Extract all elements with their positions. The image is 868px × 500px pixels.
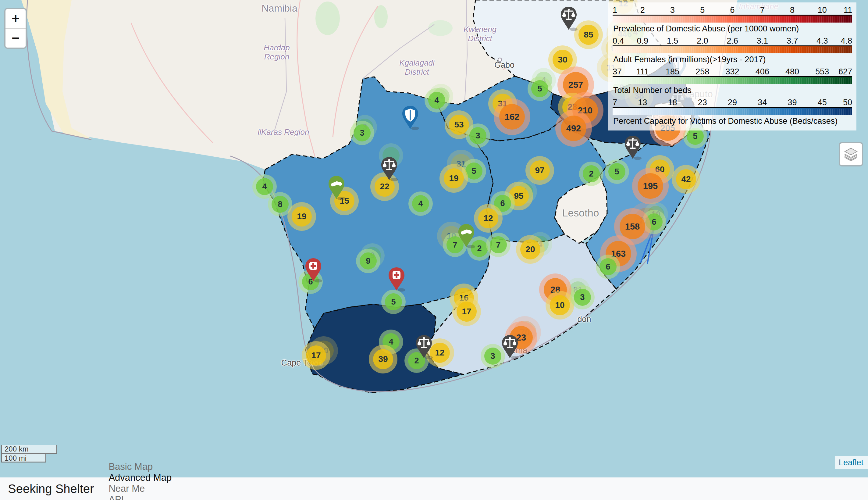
scales-pin-marker[interactable]	[380, 156, 398, 181]
cluster-marker[interactable]: 17	[452, 297, 481, 326]
shield-icon	[401, 105, 419, 130]
legend-tick: 34	[758, 98, 767, 107]
scales-pin-marker[interactable]	[560, 6, 578, 31]
legend-gradient-bar	[613, 107, 852, 115]
cluster-count: 95	[514, 191, 523, 201]
cluster-marker[interactable]: 9	[356, 249, 380, 273]
app: NamibiaHardap RegionllKaras RegionKwenen…	[0, 0, 868, 500]
scale-km: 200 km	[1, 445, 57, 454]
cluster-count: 30	[558, 55, 567, 65]
cluster-count: 19	[297, 212, 306, 221]
cluster-marker[interactable]: 19	[287, 202, 316, 231]
legend-tick: 258	[695, 67, 709, 77]
cluster-marker[interactable]: 3	[466, 124, 490, 148]
cluster-count: 4	[434, 96, 439, 105]
cluster-marker[interactable]: 195	[632, 168, 669, 204]
cluster-marker[interactable]: 3	[350, 121, 374, 145]
cluster-marker[interactable]: 5	[528, 77, 552, 101]
hands-pin-marker[interactable]	[328, 175, 345, 200]
legend-tick: 13	[638, 98, 647, 107]
legend-tick: 37	[613, 67, 622, 77]
attribution-link[interactable]: Leaflet	[835, 456, 868, 469]
cluster-marker[interactable]: 2	[579, 162, 603, 186]
bottom-navbar: Seeking Shelter Basic MapAdvanced MapNea…	[0, 477, 868, 500]
zoom-in-button[interactable]: +	[5, 9, 26, 28]
legend-tick: 6	[730, 5, 734, 15]
legend-gradient-bar	[613, 45, 852, 53]
cluster-marker[interactable]: 5	[605, 159, 629, 184]
hands-icon	[458, 224, 475, 249]
layers-icon	[843, 146, 859, 162]
cluster-count: 39	[378, 354, 388, 364]
legend-ticks: 0.40.91.52.02.63.13.74.34.8	[613, 36, 852, 45]
legend-scale: 0.40.91.52.02.63.13.74.34.8Adult Females…	[613, 36, 852, 65]
cluster-marker[interactable]: 3	[570, 285, 594, 309]
legend-ticks: 37111185258332406480553627	[613, 67, 852, 76]
scales-pin-marker[interactable]	[415, 334, 433, 360]
cluster-count: 2	[477, 244, 482, 253]
park-patch	[428, 20, 453, 36]
nav-link-api[interactable]: API	[108, 494, 172, 500]
legend-tick: 18	[668, 98, 677, 107]
scales-icon	[560, 6, 578, 31]
cluster-count: 3	[360, 128, 364, 138]
cluster-count: 195	[643, 181, 658, 191]
cluster-count: 162	[505, 112, 519, 122]
nav-links: Basic MapAdvanced MapNear MeAPIAbout	[94, 461, 172, 500]
leaflet-map[interactable]: NamibiaHardap RegionllKaras RegionKwenen…	[0, 0, 868, 477]
cluster-marker[interactable]: 17	[302, 341, 331, 370]
legend-tick: 45	[818, 98, 827, 107]
cluster-count: 22	[380, 182, 389, 192]
cluster-marker[interactable]: 20	[516, 235, 545, 264]
legend-ticks: 71318232934394550	[613, 98, 852, 107]
medical-icon	[304, 258, 322, 283]
cluster-marker[interactable]: 7	[486, 232, 510, 257]
nav-link-basic-map[interactable]: Basic Map	[108, 461, 172, 472]
nav-link-advanced-map[interactable]: Advanced Map	[108, 472, 172, 483]
legend-gradient-bar	[613, 76, 852, 84]
nav-link-near-me[interactable]: Near Me	[108, 483, 172, 494]
legend-tick: 2.0	[697, 36, 708, 46]
cluster-marker[interactable]: 162	[494, 99, 530, 135]
cluster-count: 3	[490, 352, 495, 361]
layers-control-button[interactable]	[839, 142, 863, 167]
zoom-out-button[interactable]: −	[5, 29, 26, 47]
medical-pin-marker[interactable]	[304, 258, 322, 283]
cluster-count: 5	[537, 84, 542, 94]
scale-control: 200 km 100 mi	[1, 445, 57, 463]
cluster-count: 97	[535, 166, 544, 175]
cluster-marker[interactable]: 42	[672, 165, 701, 194]
cluster-marker[interactable]: 6	[596, 254, 620, 279]
zoom-control: + −	[4, 8, 27, 49]
cluster-marker[interactable]: 4	[408, 192, 433, 216]
cluster-count: 3	[580, 293, 585, 302]
cluster-count: 6	[500, 199, 505, 208]
legend-tick: 4.8	[841, 36, 852, 46]
hands-pin-marker[interactable]	[458, 224, 475, 249]
cluster-count: 12	[483, 213, 493, 223]
scales-icon	[380, 156, 398, 181]
cluster-marker[interactable]: 85	[574, 20, 603, 49]
brand-title[interactable]: Seeking Shelter	[8, 482, 94, 496]
scales-pin-marker[interactable]	[501, 334, 519, 360]
scales-pin-marker[interactable]	[624, 135, 641, 160]
legend-tick: 4.3	[817, 36, 828, 46]
medical-pin-marker[interactable]	[388, 267, 405, 292]
cluster-marker[interactable]: 4	[425, 88, 449, 113]
legend-tick: 8	[790, 5, 795, 15]
cluster-marker[interactable]: 492	[555, 110, 592, 147]
cluster-count: 492	[566, 124, 581, 134]
cluster-count: 5	[391, 297, 396, 307]
cluster-marker[interactable]: 19	[439, 164, 468, 193]
cluster-count: 7	[496, 240, 500, 250]
cluster-count: 2	[589, 169, 593, 179]
legend-tick: 1.5	[667, 36, 679, 46]
cluster-marker[interactable]: 12	[474, 204, 502, 232]
scales-icon	[624, 135, 641, 160]
shield-pin-marker[interactable]	[401, 105, 419, 130]
cluster-marker[interactable]: 39	[369, 345, 397, 374]
legend-tick: 2.6	[727, 36, 738, 46]
cluster-marker[interactable]: 5	[381, 289, 406, 314]
cluster-marker[interactable]: 10	[546, 291, 574, 319]
legend-tick: 553	[815, 67, 829, 77]
